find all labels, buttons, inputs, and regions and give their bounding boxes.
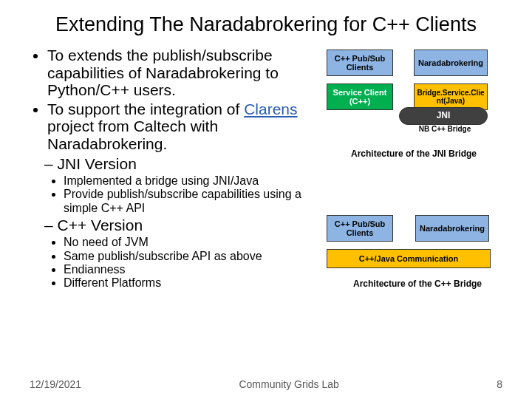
sub-cpp-4: Different Platforms xyxy=(64,276,325,290)
diagram-column: C++ Pub/Sub Clients Naradabrokering Serv… xyxy=(325,47,502,323)
sub-jni-items: Implemented a bridge using JNI/Java Prov… xyxy=(44,174,325,215)
sub-jni: JNI Version Implemented a bridge using J… xyxy=(44,155,325,215)
text-column: To extends the publish/subscribe capabil… xyxy=(30,47,325,323)
footer-date: 12/19/2021 xyxy=(30,378,81,390)
sub-cpp: C++ Version No need of JVM Same publish/… xyxy=(44,216,325,290)
bullet-1: To extends the publish/subscribe capabil… xyxy=(47,47,325,99)
box-naradabrokering-1: Naradabrokering xyxy=(414,50,488,76)
sub-cpp-2: Same publish/subscribe API as above xyxy=(64,250,325,263)
caption-cpp-bridge: Architecture of the C++ Bridge xyxy=(340,279,495,289)
sub-jni-label: JNI Version xyxy=(58,155,137,172)
box-cpp-clients-1: C++ Pub/Sub Clients xyxy=(327,50,393,76)
sub-jni-2: Provide publish/subscribe capabilities u… xyxy=(64,188,325,215)
box-service-client: Service Client (C++) xyxy=(327,83,393,110)
bullet-2-pre: To support the integration of xyxy=(47,100,244,117)
sub-cpp-1: No need of JVM xyxy=(64,236,325,249)
sub-list: JNI Version Implemented a bridge using J… xyxy=(30,155,325,290)
box-cpp-java-comm: C++/Java Communication xyxy=(327,249,491,268)
slide-title: Extending The Naradabrokering for C++ Cl… xyxy=(30,13,502,36)
sub-jni-1: Implemented a bridge using JNI/Java xyxy=(64,174,325,188)
jni-diagram: C++ Pub/Sub Clients Naradabrokering Serv… xyxy=(325,47,502,172)
sub-cpp-items: No need of JVM Same publish/subscribe AP… xyxy=(44,236,325,290)
bullet-list: To extends the publish/subscribe capabil… xyxy=(30,47,325,152)
bullet-2: To support the integration of Clarens pr… xyxy=(47,100,325,153)
content-row: To extends the publish/subscribe capabil… xyxy=(30,47,502,323)
sub-cpp-3: Endianness xyxy=(64,263,325,276)
footer-center: Community Grids Lab xyxy=(239,378,338,390)
sub-cpp-label: C++ Version xyxy=(58,216,143,233)
caption-jni-bridge: Architecture of the JNI Bridge xyxy=(340,149,488,159)
bsc-part1: Bridge. xyxy=(417,89,442,97)
box-cpp-clients-2: C++ Pub/Sub Clients xyxy=(327,215,393,242)
footer-page: 8 xyxy=(497,378,502,390)
footer: 12/19/2021 Community Grids Lab 8 xyxy=(0,378,532,390)
slide: Extending The Naradabrokering for C++ Cl… xyxy=(0,0,532,399)
clarens-link[interactable]: Clarens xyxy=(244,100,297,117)
bullet-2-post: project from Caltech with Naradabrokerin… xyxy=(47,117,218,152)
label-nb-cpp-bridge: NB C++ Bridge xyxy=(415,126,474,133)
box-jni: JNI xyxy=(399,107,488,125)
box-naradabrokering-2: Naradabrokering xyxy=(415,215,489,242)
box-bridge-service-client: Bridge.Service.Clie nt(Java) xyxy=(414,83,488,110)
cpp-diagram: C++ Pub/Sub Clients Naradabrokering C++/… xyxy=(325,212,502,323)
bsc-part2: Service.Clie nt(Java) xyxy=(437,89,485,105)
